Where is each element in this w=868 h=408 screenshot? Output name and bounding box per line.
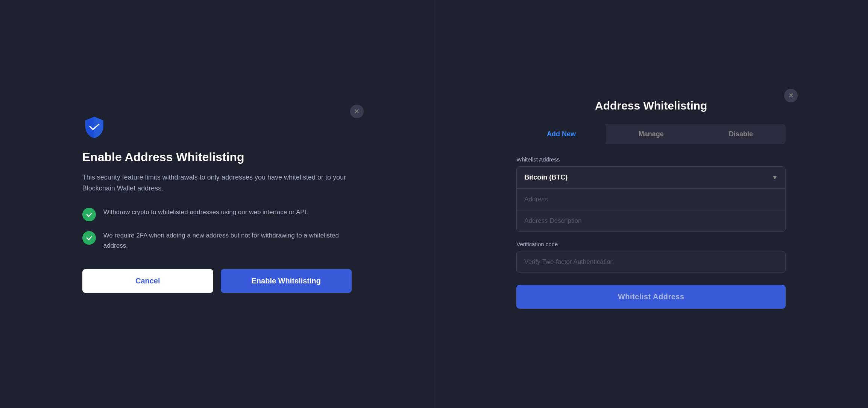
check-icon-1 bbox=[82, 208, 96, 221]
enable-whitelisting-dialog: ✕ Enable Address Whitelisting This secur… bbox=[63, 97, 371, 311]
tab-group: Add New Manage Disable bbox=[516, 124, 786, 144]
whitelist-address-group: Whitelist Address Bitcoin (BTC) ▼ bbox=[516, 156, 786, 232]
address-description-input[interactable] bbox=[524, 210, 778, 231]
check-icon-2 bbox=[82, 231, 96, 245]
feature-text-2: We require 2FA when adding a new address… bbox=[103, 230, 352, 251]
tab-manage[interactable]: Manage bbox=[606, 124, 696, 144]
feature-item-2: We require 2FA when adding a new address… bbox=[82, 230, 352, 251]
dialog-title-left: Enable Address Whitelisting bbox=[82, 150, 352, 164]
dialog-actions: Cancel Enable Whitelisting bbox=[82, 269, 352, 293]
tab-add-new[interactable]: Add New bbox=[516, 124, 606, 144]
whitelist-address-label: Whitelist Address bbox=[516, 156, 786, 163]
dropdown-arrow-icon: ▼ bbox=[772, 174, 778, 181]
verification-input[interactable] bbox=[524, 258, 778, 266]
feature-list: Withdraw crypto to whitelisted addresses… bbox=[82, 207, 352, 251]
close-button-right[interactable]: ✕ bbox=[784, 89, 798, 102]
selected-currency: Bitcoin (BTC) bbox=[524, 174, 568, 181]
address-whitelisting-dialog: ✕ Address Whitelisting Add New Manage Di… bbox=[497, 81, 805, 327]
shield-icon bbox=[82, 115, 106, 139]
dialog-description: This security feature limits withdrawals… bbox=[82, 172, 352, 194]
close-icon-right: ✕ bbox=[788, 91, 794, 100]
address-description-field-wrap bbox=[517, 210, 785, 231]
dialog-title-right: Address Whitelisting bbox=[516, 99, 786, 112]
verification-group: Verification code bbox=[516, 241, 786, 273]
cancel-button[interactable]: Cancel bbox=[82, 269, 213, 293]
feature-text-1: Withdraw crypto to whitelisted addresses… bbox=[103, 207, 308, 217]
close-icon-left: ✕ bbox=[354, 107, 360, 116]
verification-label: Verification code bbox=[516, 241, 786, 247]
currency-select[interactable]: Bitcoin (BTC) ▼ bbox=[517, 167, 785, 189]
whitelist-address-box: Bitcoin (BTC) ▼ bbox=[516, 166, 786, 232]
enable-whitelisting-button[interactable]: Enable Whitelisting bbox=[221, 269, 352, 293]
address-field-wrap bbox=[517, 189, 785, 210]
right-panel: ✕ Address Whitelisting Add New Manage Di… bbox=[434, 0, 868, 408]
feature-item-1: Withdraw crypto to whitelisted addresses… bbox=[82, 207, 352, 221]
left-panel: ✕ Enable Address Whitelisting This secur… bbox=[0, 0, 434, 408]
tab-disable[interactable]: Disable bbox=[696, 124, 786, 144]
close-button-left[interactable]: ✕ bbox=[350, 105, 364, 118]
address-input[interactable] bbox=[524, 189, 778, 210]
whitelist-address-button[interactable]: Whitelist Address bbox=[516, 285, 786, 309]
verification-box bbox=[516, 251, 786, 273]
